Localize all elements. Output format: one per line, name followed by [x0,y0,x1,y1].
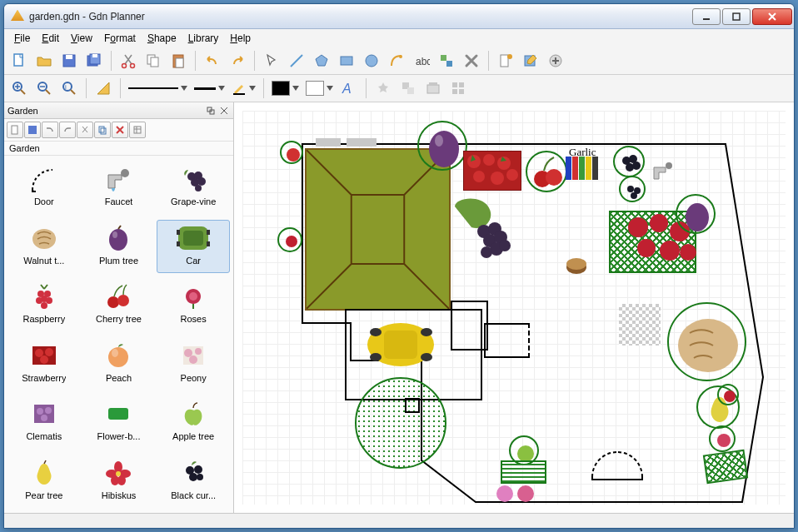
save-all-button[interactable] [82,49,106,72]
open-button[interactable] [32,49,56,72]
canvas-blackcurrant-2[interactable] [619,176,646,202]
canvas-small-tree-left[interactable] [277,227,302,252]
library-item-strawberry[interactable]: Strawberry [7,337,81,391]
redo-button[interactable] [226,49,249,72]
zoom-fit-button[interactable]: i [57,77,81,100]
canvas-strawberry-small[interactable] [280,141,303,164]
paste-button[interactable] [167,49,190,72]
library-item-pear[interactable]: Pear tree [7,455,81,509]
library-new-button[interactable] [494,49,517,72]
library-item-walnut[interactable]: Walnut t... [7,220,81,274]
layer-button[interactable] [421,77,445,100]
group-tool[interactable] [435,49,458,72]
library-item-raspberry[interactable]: Raspberry [7,278,81,332]
lib-copy-icon[interactable] [94,122,111,138]
triangle-tool[interactable] [92,77,115,100]
lib-delete-icon[interactable] [112,122,128,138]
library-item-clematis[interactable]: Clematis [7,395,81,450]
canvas-car[interactable] [366,319,436,370]
canvas-walnut[interactable] [667,302,746,381]
library-item-cherry[interactable]: Cherry tree [82,278,156,332]
canvas-area[interactable]: Garlic [234,102,794,513]
line-tool[interactable] [285,49,308,72]
library-item-rose[interactable]: Roses [157,278,230,332]
canvas-flowers[interactable] [492,481,551,506]
minimize-button[interactable] [692,8,721,25]
canvas-plum[interactable] [417,121,467,171]
copy-button[interactable] [142,49,165,72]
library-add-button[interactable] [544,49,567,72]
canvas-stump[interactable] [563,252,590,276]
library-item-plum[interactable]: Plum tree [82,220,156,274]
delete-tool[interactable] [460,49,483,72]
canvas-flowerbed[interactable] [355,377,446,469]
fill-color-combo[interactable] [269,79,302,97]
canvas-rose-small[interactable] [709,425,736,452]
library-item-blackcurrant[interactable]: Black cur... [157,455,230,509]
canvas-strawberry-bed-1[interactable] [463,151,521,191]
maximize-button[interactable] [722,8,751,25]
text-tool[interactable]: abc [410,49,433,72]
menu-edit[interactable]: Edit [37,31,64,46]
canvas-paving[interactable] [619,304,661,346]
lib-props-icon[interactable] [129,122,146,138]
library-panel-header[interactable]: Garden [4,102,233,119]
close-button[interactable] [752,8,792,25]
lib-undo-icon[interactable] [42,122,58,138]
canvas-room-1[interactable] [451,301,488,351]
line-width-combo[interactable] [192,84,227,92]
lib-new-icon[interactable] [7,122,23,138]
canvas-door-1[interactable] [588,448,646,481]
canvas-flowerbed-3[interactable] [501,460,546,484]
library-item-peony[interactable]: Peony [157,337,230,391]
menu-help[interactable]: Help [225,31,256,46]
canvas-blackcurrant-1[interactable] [613,146,645,177]
canvas-room-2[interactable] [484,323,530,358]
pointer-tool[interactable] [260,49,283,72]
line-style-combo[interactable] [126,84,190,92]
canvas-grapevine[interactable] [438,194,521,269]
undo-button[interactable] [201,49,224,72]
canvas-slab-1[interactable] [316,138,341,147]
canvas-flowerbed-2[interactable] [703,450,748,485]
canvas-well[interactable] [405,398,420,413]
save-button[interactable] [57,49,81,72]
library-category[interactable]: Garden [4,142,233,156]
zoom-in-button[interactable] [7,77,31,100]
library-item-peach[interactable]: Peach [82,337,156,391]
library-item-flowerbed[interactable]: Flower-b... [82,395,156,450]
library-item-door[interactable]: Door [7,161,81,215]
menu-file[interactable]: File [9,31,35,46]
menu-shape[interactable]: Shape [142,31,182,46]
tools-button[interactable] [372,77,395,100]
font-button[interactable]: A [337,77,361,100]
drawing-plan[interactable]: Garlic [242,111,786,505]
zoom-out-button[interactable] [32,77,56,100]
lib-cut-icon[interactable] [77,122,93,138]
panel-close-icon[interactable] [218,105,230,117]
align-button[interactable] [397,77,420,100]
canvas-slab-2[interactable] [347,138,377,147]
line-color-combo[interactable] [229,79,258,97]
rect-tool[interactable] [335,49,358,72]
menu-format[interactable]: Format [99,31,141,46]
ellipse-tool[interactable] [360,49,383,72]
canvas-raspberry-small[interactable] [717,384,739,405]
panel-float-icon[interactable] [205,105,217,117]
library-item-hibiskus[interactable]: Hibiskus [82,455,156,509]
fill-color2-combo[interactable] [303,79,336,97]
library-edit-button[interactable] [519,49,542,72]
library-item-car[interactable]: Car [157,220,230,274]
titlebar[interactable]: garden.gdn - Gdn Planner [4,4,794,29]
distribute-button[interactable] [446,77,470,100]
new-button[interactable] [7,49,31,72]
curve-tool[interactable] [385,49,408,72]
menu-view[interactable]: View [66,31,97,46]
cut-button[interactable] [117,49,140,72]
canvas-color-chart[interactable] [566,157,607,190]
library-item-grape[interactable]: Grape-vine [157,161,230,215]
polygon-tool[interactable] [310,49,333,72]
library-item-faucet[interactable]: Faucet [82,161,156,215]
library-item-apple[interactable]: Apple tree [157,395,230,450]
lib-redo-icon[interactable] [59,122,76,138]
